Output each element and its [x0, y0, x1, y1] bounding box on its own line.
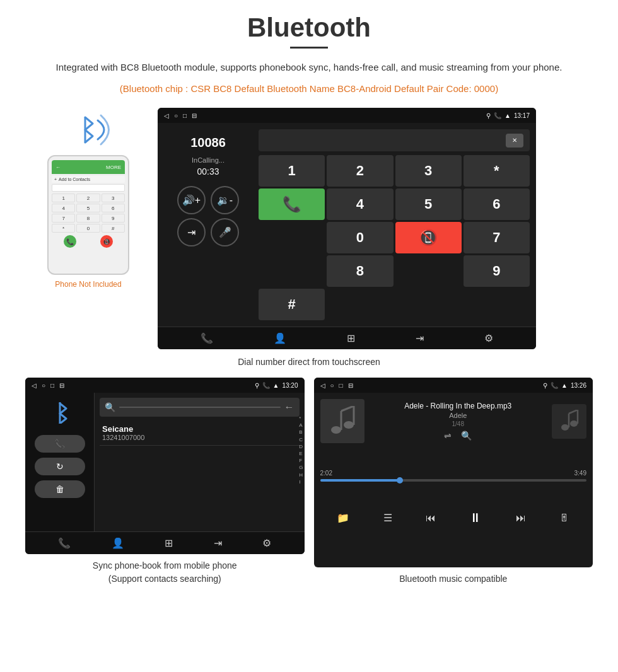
- phonebook-refresh-btn[interactable]: ↻: [35, 458, 85, 475]
- specs-text: (Bluetooth chip : CSR BC8 Default Blueto…: [25, 81, 593, 96]
- navbar-dialpad-icon[interactable]: ⊞: [347, 332, 355, 344]
- alphabet-index: *ABCDEFGHI: [299, 415, 303, 485]
- music-nav-back: ◁: [320, 382, 325, 389]
- key-star[interactable]: *: [464, 155, 530, 187]
- pb-statusbar-nav: ◁ ○ □ ⊟: [32, 382, 64, 389]
- equalizer-icon[interactable]: 🎚: [559, 513, 569, 524]
- phone-key-8: 8: [76, 214, 100, 223]
- svg-point-3: [344, 421, 354, 429]
- contact-name: Seicane: [102, 424, 297, 434]
- mute-button[interactable]: 🎤: [211, 218, 239, 246]
- playlist-icon[interactable]: ☰: [383, 512, 392, 524]
- key-7[interactable]: 7: [464, 222, 530, 253]
- current-time: 2:02: [320, 470, 332, 477]
- music-call-icon: 📞: [551, 382, 558, 389]
- album-art-main: [320, 399, 364, 443]
- keypad-clear-button[interactable]: ✕: [506, 134, 523, 148]
- key-2[interactable]: 2: [327, 155, 393, 187]
- navbar-call-icon[interactable]: 📞: [201, 332, 213, 344]
- phonebook-call-btn[interactable]: 📞: [35, 435, 85, 453]
- phone-more-btn: MORE: [106, 165, 121, 170]
- call-button[interactable]: 📞: [259, 188, 325, 220]
- phone-key-star: *: [52, 224, 75, 233]
- key-9[interactable]: 9: [464, 255, 530, 287]
- music-nav-home: ○: [330, 382, 334, 389]
- navbar-contacts-icon[interactable]: 👤: [274, 332, 286, 344]
- key-4[interactable]: 4: [327, 188, 393, 220]
- contact-row[interactable]: Seicane 13241007000: [100, 420, 300, 446]
- back-arrow-icon: ←: [284, 402, 294, 413]
- nav-back: ◁: [164, 112, 169, 119]
- next-icon[interactable]: ⏭: [516, 513, 526, 524]
- phone-call-button: 📞: [64, 235, 76, 248]
- previous-icon[interactable]: ⏮: [426, 513, 436, 524]
- phonebook-main: 🔍 ← Seicane 13241007000 *ABCDEFGHI: [95, 393, 305, 531]
- location-icon: ⚲: [486, 112, 491, 119]
- bluetooth-signal-icon: [63, 108, 114, 152]
- navbar-transfer-icon[interactable]: ⇥: [416, 332, 424, 344]
- key-5[interactable]: 5: [395, 188, 462, 220]
- svg-point-8: [570, 420, 578, 427]
- pb-navbar-contacts-icon[interactable]: 👤: [112, 537, 124, 549]
- pb-navbar-call-icon[interactable]: 📞: [58, 537, 71, 549]
- music-top: Adele - Rolling In the Deep.mp3 Adele 1/…: [320, 399, 587, 443]
- phone-key-3: 3: [102, 194, 125, 202]
- wifi-icon: ▲: [504, 112, 511, 119]
- dial-status: InCalling...: [192, 156, 224, 164]
- title-divider: [290, 47, 328, 49]
- total-time: 3:49: [574, 470, 586, 477]
- music-info: Adele - Rolling In the Deep.mp3 Adele 1/…: [370, 402, 547, 441]
- call-icon: 📞: [494, 112, 501, 119]
- phonebook-item: ◁ ○ □ ⊟ ⚲ 📞 ▲ 13:20: [25, 378, 305, 586]
- phone-key-0: 0: [76, 224, 100, 233]
- key-1[interactable]: 1: [259, 155, 325, 187]
- phone-mockup: ← MORE +Add to Contacts 1 2 3 4 5 6 7 8 …: [47, 155, 129, 275]
- dial-timer: 00:33: [197, 166, 219, 177]
- dial-controls-row-1: 🔊+ 🔉-: [177, 186, 239, 214]
- phonebook-screen: ◁ ○ □ ⊟ ⚲ 📞 ▲ 13:20: [25, 378, 305, 554]
- progress-dot: [397, 477, 403, 484]
- pb-nav-home: ○: [42, 382, 45, 389]
- navbar-settings-icon[interactable]: ⚙: [484, 332, 493, 344]
- shuffle-icon[interactable]: ⇌: [444, 431, 452, 441]
- phone-key-1: 1: [52, 194, 75, 202]
- contact-number: 13241007000: [102, 434, 297, 441]
- phonebook-caption: Sync phone-book from mobile phone(Suppor…: [25, 559, 305, 586]
- phonebook-sidebar: 📞 ↻ 🗑: [25, 393, 95, 531]
- svg-point-7: [561, 424, 569, 431]
- pb-navbar-dialpad-icon[interactable]: ⊞: [165, 537, 173, 549]
- progress-bar[interactable]: [320, 479, 587, 482]
- pb-navbar-transfer-icon[interactable]: ⇥: [214, 537, 222, 549]
- dial-screen: ◁ ○ □ ⊟ ⚲ 📞 ▲ 13:17 10086 InCalling... 0…: [158, 108, 536, 349]
- phonebook-search-bar[interactable]: 🔍 ←: [100, 398, 300, 417]
- phonebook-statusbar: ◁ ○ □ ⊟ ⚲ 📞 ▲ 13:20: [25, 378, 305, 393]
- music-nav-recent: □: [339, 382, 343, 389]
- nav-menu: ⊟: [192, 112, 197, 119]
- key-0[interactable]: 0: [327, 222, 393, 253]
- phone-container: ← MORE +Add to Contacts 1 2 3 4 5 6 7 8 …: [25, 108, 151, 289]
- description-text: Integrated with BC8 Bluetooth module, su…: [25, 60, 593, 75]
- music-statusbar: ◁ ○ □ ⊟ ⚲ 📞 ▲ 13:26: [314, 378, 593, 393]
- search-music-icon[interactable]: 🔍: [461, 431, 472, 441]
- transfer-button[interactable]: ⇥: [177, 218, 206, 246]
- music-artist: Adele: [449, 412, 467, 419]
- key-6[interactable]: 6: [464, 188, 530, 220]
- music-title: Adele - Rolling In the Deep.mp3: [404, 402, 511, 410]
- phone-key-7: 7: [52, 214, 75, 223]
- keypad-grid: 1 2 3 * 📞 4 5 6 0 📵 7 8 9 #: [259, 155, 530, 320]
- play-pause-button[interactable]: ⏸: [469, 511, 482, 525]
- phonebook-content: 📞 ↻ 🗑 🔍 ← Seicane 13241007000: [25, 393, 305, 531]
- end-call-button[interactable]: 📵: [395, 222, 462, 253]
- key-hash[interactable]: #: [259, 289, 325, 320]
- pb-navbar-settings-icon[interactable]: ⚙: [262, 537, 271, 549]
- phone-key-hash: #: [102, 224, 125, 233]
- music-location-icon: ⚲: [543, 382, 547, 389]
- volume-down-button[interactable]: 🔉-: [211, 186, 239, 214]
- key-3[interactable]: 3: [395, 155, 462, 187]
- folder-icon[interactable]: 📁: [337, 512, 349, 524]
- volume-up-button[interactable]: 🔊+: [177, 186, 206, 214]
- music-progress: 2:02 3:49: [320, 467, 587, 487]
- phone-key-9: 9: [102, 214, 125, 223]
- phonebook-delete-btn[interactable]: 🗑: [35, 480, 85, 498]
- key-8[interactable]: 8: [327, 255, 393, 287]
